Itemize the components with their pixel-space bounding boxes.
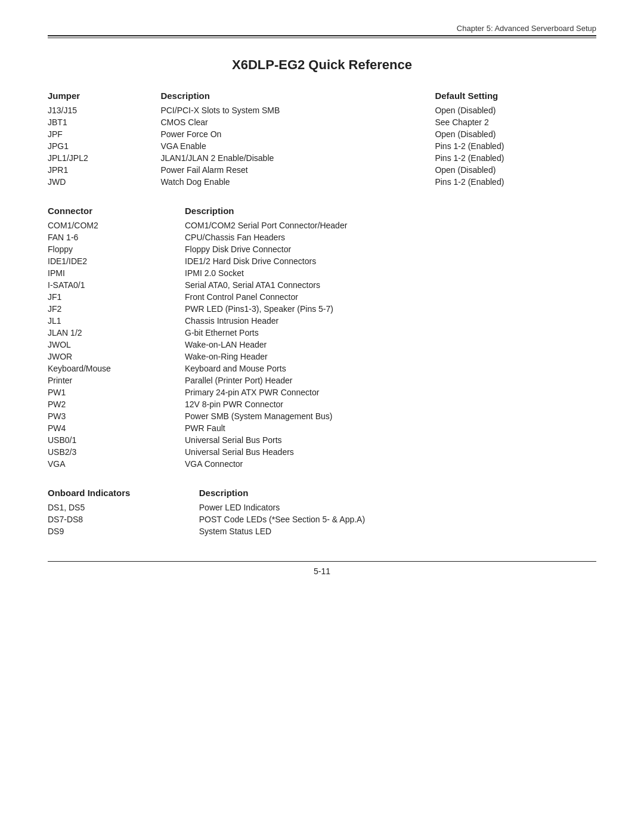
table-row: J13/J15 PCI/PCI-X Slots to System SMB Op… bbox=[48, 104, 596, 116]
indicator-col-header: Onboard Indicators bbox=[48, 487, 199, 501]
jumper-desc-header: Description bbox=[160, 89, 435, 104]
table-row: JF1 Front Control Panel Connector bbox=[48, 291, 596, 303]
page: Chapter 5: Advanced Serverboard Setup X6… bbox=[0, 0, 644, 833]
table-row: FAN 1-6 CPU/Chassis Fan Headers bbox=[48, 231, 596, 243]
indicator-description: System Status LED bbox=[199, 525, 596, 537]
connector-description: Chassis Intrusion Header bbox=[185, 315, 596, 327]
connector-name: Floppy bbox=[48, 243, 185, 255]
table-row: PW1 Primary 24-pin ATX PWR Connector bbox=[48, 386, 596, 398]
jumper-default: Pins 1-2 (Enabled) bbox=[435, 140, 596, 152]
table-row: JWOR Wake-on-Ring Header bbox=[48, 351, 596, 363]
jumper-description: Watch Dog Enable bbox=[160, 176, 435, 188]
table-row: JF2 PWR LED (Pins1-3), Speaker (Pins 5-7… bbox=[48, 303, 596, 315]
connector-name: PW4 bbox=[48, 422, 185, 434]
table-row: Keyboard/Mouse Keyboard and Mouse Ports bbox=[48, 363, 596, 374]
connector-description: 12V 8-pin PWR Connector bbox=[185, 398, 596, 410]
footer-page-number: 5-11 bbox=[48, 566, 596, 576]
indicator-desc-header: Description bbox=[199, 487, 596, 501]
indicator-name: DS7-DS8 bbox=[48, 513, 199, 525]
connector-col-header: Connector bbox=[48, 205, 185, 219]
connector-table: Connector Description COM1/COM2 COM1/COM… bbox=[48, 205, 596, 470]
connector-description: Universal Serial Bus Headers bbox=[185, 446, 596, 458]
jumper-default: Pins 1-2 (Enabled) bbox=[435, 176, 596, 188]
jumper-table: Jumper Description Default Setting J13/J… bbox=[48, 89, 596, 188]
table-row: DS1, DS5 Power LED Indicators bbox=[48, 501, 596, 513]
connector-description: Primary 24-pin ATX PWR Connector bbox=[185, 386, 596, 398]
table-row: JPL1/JPL2 JLAN1/JLAN 2 Enable/Disable Pi… bbox=[48, 152, 596, 164]
table-row: I-SATA0/1 Serial ATA0, Serial ATA1 Conne… bbox=[48, 279, 596, 291]
table-row: USB2/3 Universal Serial Bus Headers bbox=[48, 446, 596, 458]
table-row: JPG1 VGA Enable Pins 1-2 (Enabled) bbox=[48, 140, 596, 152]
connector-description: PWR LED (Pins1-3), Speaker (Pins 5-7) bbox=[185, 303, 596, 315]
table-row: PW4 PWR Fault bbox=[48, 422, 596, 434]
table-row: JWD Watch Dog Enable Pins 1-2 (Enabled) bbox=[48, 176, 596, 188]
connector-name: IPMI bbox=[48, 267, 185, 279]
jumper-default: Pins 1-2 (Enabled) bbox=[435, 152, 596, 164]
jumper-description: Power Force On bbox=[160, 128, 435, 140]
jumper-description: Power Fail Alarm Reset bbox=[160, 164, 435, 176]
table-row: IDE1/IDE2 IDE1/2 Hard Disk Drive Connect… bbox=[48, 255, 596, 267]
jumper-description: CMOS Clear bbox=[160, 116, 435, 128]
jumper-default: Open (Disabled) bbox=[435, 104, 596, 116]
connector-description: COM1/COM2 Serial Port Connector/Header bbox=[185, 219, 596, 231]
connector-description: PWR Fault bbox=[185, 422, 596, 434]
connector-description: Front Control Panel Connector bbox=[185, 291, 596, 303]
table-row: VGA VGA Connector bbox=[48, 458, 596, 470]
connector-description: Universal Serial Bus Ports bbox=[185, 434, 596, 446]
table-row: PW3 Power SMB (System Management Bus) bbox=[48, 410, 596, 422]
connector-description: Wake-on-LAN Header bbox=[185, 339, 596, 351]
connector-name: JWOL bbox=[48, 339, 185, 351]
indicator-name: DS1, DS5 bbox=[48, 501, 199, 513]
jumper-default: Open (Disabled) bbox=[435, 128, 596, 140]
jumper-name: JPG1 bbox=[48, 140, 160, 152]
connector-description: VGA Connector bbox=[185, 458, 596, 470]
table-row: JLAN 1/2 G-bit Ethernet Ports bbox=[48, 327, 596, 339]
table-row: DS9 System Status LED bbox=[48, 525, 596, 537]
footer-rule bbox=[48, 561, 596, 562]
connector-description: Power SMB (System Management Bus) bbox=[185, 410, 596, 422]
indicator-description: Power LED Indicators bbox=[199, 501, 596, 513]
table-row: JPF Power Force On Open (Disabled) bbox=[48, 128, 596, 140]
table-row: JWOL Wake-on-LAN Header bbox=[48, 339, 596, 351]
jumper-name: JWD bbox=[48, 176, 160, 188]
chapter-label: Chapter 5: Advanced Serverboard Setup bbox=[48, 24, 596, 33]
connector-name: I-SATA0/1 bbox=[48, 279, 185, 291]
jumper-name: JPF bbox=[48, 128, 160, 140]
connector-description: Keyboard and Mouse Ports bbox=[185, 363, 596, 374]
connector-name: FAN 1-6 bbox=[48, 231, 185, 243]
connector-description: Wake-on-Ring Header bbox=[185, 351, 596, 363]
connector-name: PW3 bbox=[48, 410, 185, 422]
connector-description: Parallel (Printer Port) Header bbox=[185, 374, 596, 386]
table-row: JPR1 Power Fail Alarm Reset Open (Disabl… bbox=[48, 164, 596, 176]
page-title: X6DLP-EG2 Quick Reference bbox=[48, 57, 596, 73]
table-row: COM1/COM2 COM1/COM2 Serial Port Connecto… bbox=[48, 219, 596, 231]
jumper-default-header: Default Setting bbox=[435, 89, 596, 104]
table-row: Printer Parallel (Printer Port) Header bbox=[48, 374, 596, 386]
connector-name: JLAN 1/2 bbox=[48, 327, 185, 339]
table-row: DS7-DS8 POST Code LEDs (*See Section 5- … bbox=[48, 513, 596, 525]
connector-name: PW2 bbox=[48, 398, 185, 410]
table-row: Floppy Floppy Disk Drive Connector bbox=[48, 243, 596, 255]
connector-name: COM1/COM2 bbox=[48, 219, 185, 231]
jumper-description: JLAN1/JLAN 2 Enable/Disable bbox=[160, 152, 435, 164]
jumper-name: JPR1 bbox=[48, 164, 160, 176]
table-row: PW2 12V 8-pin PWR Connector bbox=[48, 398, 596, 410]
connector-section: Connector Description COM1/COM2 COM1/COM… bbox=[48, 205, 596, 470]
connector-description: Serial ATA0, Serial ATA1 Connectors bbox=[185, 279, 596, 291]
connector-name: USB2/3 bbox=[48, 446, 185, 458]
connector-name: PW1 bbox=[48, 386, 185, 398]
connector-description: G-bit Ethernet Ports bbox=[185, 327, 596, 339]
connector-description: IPMI 2.0 Socket bbox=[185, 267, 596, 279]
indicator-table: Onboard Indicators Description DS1, DS5 … bbox=[48, 487, 596, 537]
jumper-name: JPL1/JPL2 bbox=[48, 152, 160, 164]
connector-name: JF2 bbox=[48, 303, 185, 315]
connector-name: IDE1/IDE2 bbox=[48, 255, 185, 267]
jumper-col-header: Jumper bbox=[48, 89, 160, 104]
indicator-name: DS9 bbox=[48, 525, 199, 537]
connector-name: Keyboard/Mouse bbox=[48, 363, 185, 374]
connector-name: JWOR bbox=[48, 351, 185, 363]
connector-description: CPU/Chassis Fan Headers bbox=[185, 231, 596, 243]
table-row: USB0/1 Universal Serial Bus Ports bbox=[48, 434, 596, 446]
connector-name: Printer bbox=[48, 374, 185, 386]
connector-name: JF1 bbox=[48, 291, 185, 303]
